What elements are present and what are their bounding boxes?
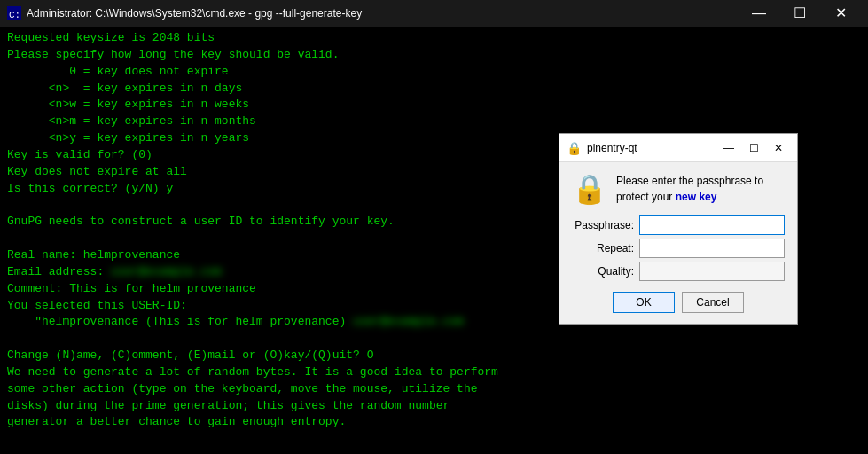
title-bar: C: Administrator: C:\Windows\System32\cm… xyxy=(0,0,868,27)
message-line2-highlight: new key xyxy=(676,191,717,203)
dialog-maximize-button[interactable]: ☐ xyxy=(742,139,765,157)
repeat-label: Repeat: xyxy=(572,242,634,254)
message-line2-plain: protect your xyxy=(616,191,676,203)
big-lock-icon: 🔒 xyxy=(572,175,607,203)
cmd-icon: C: xyxy=(7,6,21,20)
maximize-button[interactable]: ☐ xyxy=(779,0,820,27)
pinentry-dialog: 🔒 pinentry-qt — ☐ ✕ 🔒 Please enter the p… xyxy=(559,133,798,325)
dialog-lock-icon: 🔒 xyxy=(567,141,582,155)
dialog-controls: — ☐ ✕ xyxy=(717,139,790,157)
window-controls: — ☐ ✕ xyxy=(739,0,861,27)
minimize-button[interactable]: — xyxy=(739,0,779,27)
dialog-fields: Passphrase: Repeat: Quality: xyxy=(572,215,785,281)
line-1: Requested keysize is 2048 bits Please sp… xyxy=(7,31,609,428)
dialog-buttons: OK Cancel xyxy=(572,292,785,313)
repeat-input[interactable] xyxy=(639,239,785,258)
quality-input xyxy=(639,262,785,281)
dialog-close-button[interactable]: ✕ xyxy=(767,139,790,157)
passphrase-input[interactable] xyxy=(639,215,785,235)
dialog-title-bar: 🔒 pinentry-qt — ☐ ✕ xyxy=(559,134,797,162)
message-line1: Please enter the passphrase to xyxy=(616,175,763,187)
svg-text:C:: C: xyxy=(9,10,20,20)
quality-label: Quality: xyxy=(572,265,634,278)
passphrase-label: Passphrase: xyxy=(572,219,634,231)
dialog-minimize-button[interactable]: — xyxy=(717,139,740,157)
dialog-message-text: Please enter the passphrase to protect y… xyxy=(616,173,763,205)
dialog-message: 🔒 Please enter the passphrase to protect… xyxy=(572,173,785,205)
window-title: Administrator: C:\Windows\System32\cmd.e… xyxy=(27,7,739,20)
dialog-title: pinentry-qt xyxy=(587,142,717,154)
close-button[interactable]: ✕ xyxy=(820,0,861,27)
cancel-button[interactable]: Cancel xyxy=(682,292,744,313)
ok-button[interactable]: OK xyxy=(613,292,675,313)
terminal-body: Requested keysize is 2048 bits Please sp… xyxy=(0,27,868,454)
dialog-body: 🔒 Please enter the passphrase to protect… xyxy=(559,162,797,324)
